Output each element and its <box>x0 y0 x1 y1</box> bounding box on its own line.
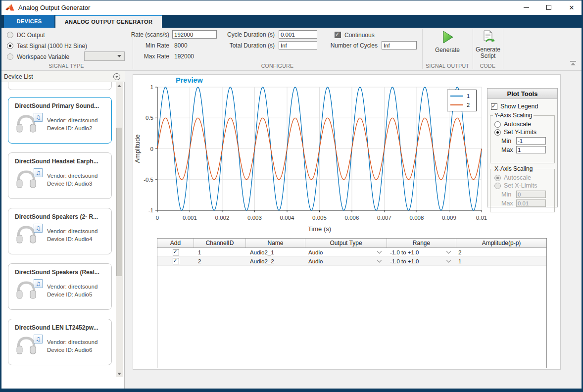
min-rate-label: Min Rate <box>130 42 169 50</box>
number-of-cycles-input[interactable] <box>382 41 417 49</box>
cell-amplitude[interactable]: 1 <box>456 258 546 264</box>
plot-tools-title: Plot Tools <box>487 89 557 99</box>
cell-channel-id: 2 <box>194 258 246 264</box>
headphones-icon: ♫ <box>15 335 43 357</box>
device-id: Device ID: Audio5 <box>47 291 97 298</box>
chevron-down-icon <box>377 249 382 254</box>
device-vendor: Vendor: directsound <box>47 283 97 291</box>
legend-entry: 1 <box>447 92 476 100</box>
device-card[interactable]: DirectSound Headset Earph... ♫ Vendor: d… <box>8 152 112 199</box>
svg-text:-0.5: -0.5 <box>144 177 153 183</box>
device-id: Device ID: Audio4 <box>47 235 97 243</box>
y-autoscale-radio[interactable]: Autoscale <box>494 121 554 128</box>
x-max-label: Max <box>501 200 516 207</box>
device-id: Device ID: Audio6 <box>47 346 97 354</box>
rate-label: Rate (scans/s) <box>130 31 169 39</box>
maximize-button[interactable] <box>537 0 560 15</box>
y-set-limits-radio[interactable]: Set Y-Limits <box>494 129 554 136</box>
y-autoscale-radio-icon <box>494 121 501 128</box>
music-note-badge-icon: ♫ <box>34 168 43 177</box>
device-list-header: Device List <box>0 71 125 82</box>
scroll-up-button[interactable] <box>116 82 123 89</box>
minimize-icon <box>524 7 529 8</box>
svg-text:Amplitude: Amplitude <box>134 135 141 163</box>
x-max-input[interactable] <box>516 199 546 207</box>
dc-output-radio-icon <box>7 32 13 38</box>
continuous-checkbox[interactable]: Continuous <box>335 31 375 39</box>
device-name: DirectSound Headset Earph... <box>15 158 105 165</box>
cell-name[interactable]: Audio2_2 <box>246 258 305 264</box>
x-min-input[interactable] <box>516 191 546 198</box>
workspace-variable-dropdown[interactable] <box>84 51 125 61</box>
cycle-duration-input[interactable] <box>279 30 317 39</box>
device-card[interactable]: DirectSound Speakers (Real... ♫ Vendor: … <box>8 263 112 310</box>
radio-test-signal[interactable]: Test Signal (1000 Hz Sine) <box>7 42 87 50</box>
collapse-toolstrip-icon[interactable] <box>569 60 577 66</box>
total-duration-input[interactable] <box>279 41 317 49</box>
svg-text:0.008: 0.008 <box>410 215 424 221</box>
tab-analog-output-generator[interactable]: ANALOG OUTPUT GENERATOR <box>55 15 162 28</box>
y-axis-scaling-label: Y-Axis Scaling <box>493 112 534 119</box>
maximize-icon <box>546 5 551 10</box>
device-card[interactable]: DirectSound Speakers (2- R... ♫ Vendor: … <box>8 208 112 254</box>
x-set-limits-radio-icon <box>494 183 501 189</box>
cell-output-type-dropdown[interactable]: Audio <box>305 257 387 265</box>
svg-text:0.002: 0.002 <box>215 215 230 221</box>
cell-amplitude[interactable]: 2 <box>456 249 546 255</box>
add-checkbox[interactable] <box>173 258 179 264</box>
cell-output-type-dropdown[interactable]: Audio <box>305 248 387 256</box>
show-legend-checkbox[interactable]: Show Legend <box>491 103 557 110</box>
svg-text:Time (s): Time (s) <box>308 225 331 233</box>
legend-line-sample <box>450 104 463 105</box>
total-duration-label: Total Duration (s) <box>219 42 275 50</box>
device-name: DirectSound Speakers (2- R... <box>15 213 105 220</box>
x-autoscale-radio[interactable]: Autoscale <box>494 174 554 181</box>
scroll-down-button[interactable] <box>116 370 123 377</box>
cell-channel-id: 1 <box>194 249 246 255</box>
y-max-input[interactable] <box>516 146 546 153</box>
x-axis-scaling-label: X-Axis Scaling <box>493 165 534 172</box>
section-divider <box>503 29 503 69</box>
generate-button[interactable]: Generate <box>425 29 470 53</box>
channel-table: Add ChannelID Name Output Type Range Amp… <box>157 238 547 368</box>
y-min-input[interactable] <box>516 137 546 145</box>
scrollbar-thumb[interactable] <box>116 128 122 276</box>
number-of-cycles-label: Number of Cycles <box>327 42 378 50</box>
section-label-configure: CONFIGURE <box>133 63 422 69</box>
cell-range-dropdown[interactable]: -1.0 to +1.0 <box>387 248 456 256</box>
continuous-checkbox-icon <box>335 32 341 38</box>
rate-input[interactable] <box>172 30 217 39</box>
x-min-label: Min <box>501 191 516 198</box>
chevron-down-icon <box>446 258 451 263</box>
device-list-scrollbar[interactable] <box>116 82 123 377</box>
music-note-badge-icon: ♫ <box>34 224 43 233</box>
x-set-limits-radio[interactable]: Set X-Limits <box>494 182 554 189</box>
cell-name[interactable]: Audio2_1 <box>246 249 305 255</box>
device-vendor: Vendor: directsound <box>47 172 97 180</box>
device-card[interactable]: DirectSound Primary Sound... ♫ Vendor: d… <box>8 97 112 144</box>
add-checkbox[interactable] <box>173 249 179 255</box>
device-id: Device ID: Audio2 <box>47 124 97 132</box>
play-icon <box>439 29 455 45</box>
headphones-icon: ♫ <box>15 279 43 302</box>
title-bar: Analog Output Generator ✕ <box>0 0 583 15</box>
matlab-logo-icon <box>5 3 15 12</box>
device-card[interactable]: DirectSound LEN LT2452pw... ♫ Vendor: di… <box>8 319 112 365</box>
radio-workspace-variable[interactable]: Workspace Variable <box>7 52 69 61</box>
tab-devices[interactable]: DEVICES <box>4 15 54 28</box>
headphones-icon: ♫ <box>15 224 43 246</box>
script-icon <box>481 30 495 45</box>
minimize-button[interactable] <box>515 0 537 15</box>
close-button[interactable]: ✕ <box>560 0 583 15</box>
workspace-variable-radio-icon <box>7 53 13 60</box>
svg-text:0.005: 0.005 <box>312 215 327 221</box>
device-card-partial[interactable] <box>8 82 112 90</box>
device-vendor: Vendor: directsound <box>47 116 97 124</box>
generate-script-button[interactable]: GenerateScript <box>474 30 502 59</box>
radio-dc-output[interactable]: DC Output <box>7 31 45 39</box>
svg-text:0.004: 0.004 <box>280 215 294 221</box>
cell-range-dropdown[interactable]: -1.0 to +1.0 <box>387 257 456 265</box>
window-title: Analog Output Generator <box>18 4 90 11</box>
collapse-panel-icon[interactable] <box>113 73 121 81</box>
y-set-limits-radio-icon <box>494 129 501 136</box>
